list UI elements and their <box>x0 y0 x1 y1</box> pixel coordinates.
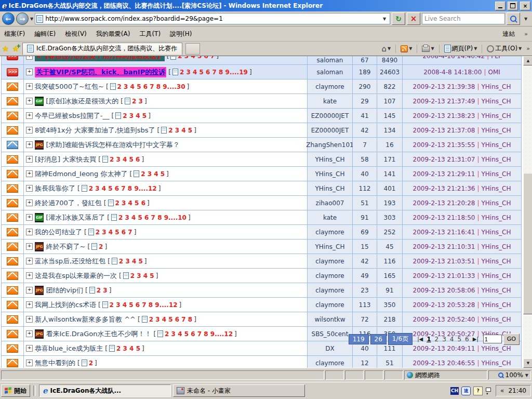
topic-author[interactable]: saloman <box>308 56 353 64</box>
nav-history-dropdown[interactable]: ▼ <box>30 17 33 21</box>
topic-page-links[interactable]: 2 3 4 5 <box>168 127 192 134</box>
topic-title-link[interactable]: 我网上找到的cs术语 <box>35 300 96 310</box>
expand-topic-button[interactable] <box>26 127 33 134</box>
topic-title-link[interactable]: 今早已經被sbs拉開了-__ <box>35 111 110 121</box>
topic-title-link[interactable]: 我的公司结业了 <box>35 228 82 237</box>
topic-author[interactable]: claymore <box>308 79 353 94</box>
topic-author[interactable]: EZ00000JET <box>308 109 353 123</box>
menu-view[interactable]: 檢視(V) <box>65 30 87 38</box>
topic-title-link[interactable]: 族長我靠你了 <box>35 184 75 193</box>
topic-author[interactable]: kate <box>308 94 353 108</box>
topic-page-links[interactable]: 2 3 4 5 <box>123 112 147 119</box>
links-overflow-icon[interactable]: » <box>524 31 528 37</box>
topic-page-links[interactable]: 2 3 4 5 6 7 8 9....12 <box>110 301 178 309</box>
topic-title-link[interactable]: 新人wilsontkw新來多多旨教 ^^ <box>35 315 136 324</box>
topic-last-author[interactable]: YHins_CH <box>481 156 511 163</box>
expand-topic-button[interactable] <box>26 56 33 60</box>
menu-tools[interactable]: 工具(T) <box>139 30 161 38</box>
ime-toolbar-icon[interactable] <box>485 387 491 394</box>
start-button[interactable]: 開始 <box>1 384 30 397</box>
topic-last-author[interactable]: YHins_CH <box>481 258 511 265</box>
ime-language-icon[interactable]: CH <box>450 387 459 395</box>
toolbar-overflow-icon[interactable]: » <box>526 45 530 52</box>
page-link-4[interactable]: 4 <box>450 336 454 343</box>
expand-topic-button[interactable] <box>26 345 33 352</box>
expand-topic-button[interactable] <box>26 170 33 177</box>
topic-title-link[interactable]: 蓝冰当sp后,还没给红包 <box>35 257 105 266</box>
topic-last-author[interactable]: YHins_CH <box>481 360 511 367</box>
active-tab[interactable]: IcE.DraGon各大战队内部交流，团练商议、比赛作... <box>22 43 182 55</box>
topic-author[interactable]: saloman <box>308 65 353 79</box>
topic-title-link[interactable]: 8號4時1x分 大家要加油了,快追到sbs了 <box>35 126 155 135</box>
topic-author[interactable]: YHins_CH <box>308 167 353 181</box>
refresh-button[interactable]: ↻ <box>392 12 405 25</box>
expand-topic-button[interactable] <box>26 301 33 308</box>
topic-page-links[interactable]: 2 3 4 5 <box>119 258 143 265</box>
topic-author[interactable]: YHins_CH <box>308 240 353 254</box>
topic-author[interactable]: claymore <box>308 254 353 268</box>
topic-last-author[interactable]: YHins_CH <box>481 112 511 119</box>
topic-page-links[interactable]: 2 3 4 5 6 7 8 <box>149 316 193 323</box>
go-button[interactable]: GO <box>503 334 520 345</box>
topic-last-author[interactable]: YHins_CH <box>481 141 511 149</box>
topic-title-link[interactable]: 無意中看到的 <box>35 358 75 368</box>
expand-topic-button[interactable] <box>26 214 33 221</box>
topic-title-link[interactable]: 終於不窮了~ <box>46 242 85 251</box>
add-favorite-icon[interactable]: ★ <box>12 44 19 54</box>
expand-topic-button[interactable] <box>26 141 33 148</box>
expand-topic-button[interactable] <box>26 272 33 279</box>
expand-topic-button[interactable] <box>26 330 33 337</box>
topic-page-links[interactable]: 2 3 <box>132 98 143 105</box>
favorites-center-icon[interactable]: ★ <box>2 44 9 54</box>
topic-title-link[interactable]: 賭神Edmond_Ieong 你太神了 <box>35 169 127 179</box>
topic-page-links[interactable]: 2 <box>99 243 103 250</box>
scroll-down-button[interactable]: ▼ <box>523 358 532 368</box>
close-button[interactable]: × <box>520 2 530 10</box>
topic-author[interactable]: claymore <box>308 356 353 368</box>
topic-author[interactable]: claymore <box>308 298 353 312</box>
topic-last-author[interactable]: YHins_CH <box>481 229 511 236</box>
expand-topic-button[interactable] <box>26 83 33 90</box>
ime-help-icon[interactable]: ? <box>473 387 483 395</box>
menu-edit[interactable]: 編輯(E) <box>34 30 56 38</box>
topic-last-author[interactable]: YHins_CH <box>481 316 511 323</box>
expand-topic-button[interactable] <box>26 316 33 323</box>
topic-last-author[interactable]: YHins_CH <box>481 214 511 221</box>
page-link-2[interactable]: 2 <box>435 336 439 343</box>
topic-page-links[interactable]: 2 3 4 5 <box>141 170 165 178</box>
minimize-button[interactable] <box>495 2 506 10</box>
stop-button[interactable]: × <box>407 12 420 25</box>
expand-topic-button[interactable] <box>26 258 33 264</box>
page-link-1[interactable]: 1 <box>427 336 431 343</box>
menu-help[interactable]: 說明(H) <box>170 30 192 38</box>
topic-author[interactable]: claymore <box>308 225 353 239</box>
topic-last-author[interactable]: YHins_CH <box>481 200 511 207</box>
expand-topic-button[interactable] <box>26 287 33 294</box>
expand-topic-button[interactable] <box>26 156 33 163</box>
topic-page-links[interactable]: 2 3 4 5 6 7 8 9....30 <box>117 83 185 90</box>
topic-page-links[interactable]: 2 3 4 5 6 7 <box>96 229 132 236</box>
topic-page-links[interactable]: 2 3 4 5 <box>116 345 140 352</box>
page-menu-button[interactable]: 網頁(P)▼ <box>443 44 479 53</box>
back-button[interactable]: ← <box>2 12 15 25</box>
task-button-paint[interactable]: 未命名 - 小畫家 <box>173 384 305 397</box>
zoom-pane[interactable]: 100% ▼ <box>488 370 531 380</box>
topic-page-links[interactable]: 2 3 4 5 6 <box>115 200 145 207</box>
new-tab-stub[interactable] <box>185 43 200 55</box>
url-dropdown-button[interactable]: ▼ <box>380 14 389 23</box>
topic-title-link[interactable]: [好消息] 大家快去買 <box>35 155 96 164</box>
topic-last-author[interactable]: YHins_CH <box>481 127 511 134</box>
topic-last-author[interactable]: YHins_CH <box>481 287 511 294</box>
page-link-3[interactable]: 3 <box>442 336 446 343</box>
expand-topic-button[interactable] <box>26 98 33 104</box>
topic-page-links[interactable]: 2 <box>89 360 93 367</box>
topic-author[interactable]: ZhangShen101 <box>308 138 353 152</box>
topic-author[interactable]: SBS_50cent <box>308 327 353 341</box>
topic-author[interactable]: claymore <box>308 269 353 283</box>
hide-icons-chevron[interactable]: « <box>500 387 504 394</box>
topic-last-author[interactable]: YHins_CH <box>481 170 511 178</box>
topic-last-author[interactable]: YHins_CH <box>481 243 511 250</box>
topic-last-author[interactable]: YHins_CH <box>481 345 511 352</box>
topic-last-author[interactable]: YHins_CH <box>481 272 511 280</box>
topic-title-link[interactable]: [原创]冰族还是很强大的 <box>46 97 118 106</box>
